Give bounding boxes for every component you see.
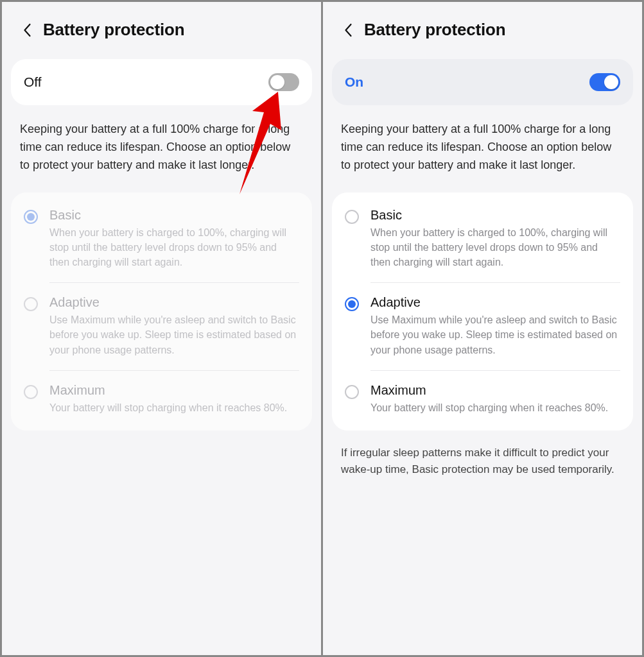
back-icon[interactable] (341, 23, 355, 37)
option-title: Adaptive (49, 295, 298, 310)
toggle-switch[interactable] (589, 73, 620, 91)
toggle-label: On (345, 74, 363, 90)
header: Battery protection (2, 2, 321, 59)
option-title: Basic (370, 208, 619, 223)
radio-icon (345, 385, 359, 399)
option-desc: When your battery is charged to 100%, ch… (49, 225, 298, 270)
options-list: Basic When your battery is charged to 10… (332, 192, 633, 431)
footnote-text: If irregular sleep patterns make it diff… (323, 431, 642, 493)
option-title: Maximum (370, 383, 619, 398)
option-desc: When your battery is charged to 100%, ch… (370, 225, 619, 270)
option-desc: Use Maximum while you're asleep and swit… (370, 312, 619, 357)
option-desc: Your battery will stop charging when it … (370, 400, 619, 415)
back-icon[interactable] (20, 23, 34, 37)
radio-icon (24, 297, 38, 311)
toggle-label: Off (24, 74, 42, 90)
option-desc: Your battery will stop charging when it … (49, 400, 298, 415)
master-toggle-row[interactable]: Off (11, 59, 312, 105)
radio-icon (24, 210, 38, 224)
panel-off: Battery protection Off Keeping your batt… (2, 2, 321, 655)
page-title: Battery protection (43, 20, 184, 40)
option-maximum[interactable]: Maximum Your battery will stop charging … (332, 370, 633, 428)
radio-icon (24, 385, 38, 399)
radio-icon (345, 297, 359, 311)
panel-on: Battery protection On Keeping your batte… (323, 2, 642, 655)
toggle-switch[interactable] (268, 73, 299, 91)
option-adaptive[interactable]: Adaptive Use Maximum while you're asleep… (332, 282, 633, 370)
header: Battery protection (323, 2, 642, 59)
option-maximum[interactable]: Maximum Your battery will stop charging … (11, 370, 312, 428)
master-toggle-row[interactable]: On (332, 59, 633, 105)
description-text: Keeping your battery at a full 100% char… (323, 105, 642, 187)
page-title: Battery protection (364, 20, 505, 40)
options-list: Basic When your battery is charged to 10… (11, 192, 312, 431)
option-title: Adaptive (370, 295, 619, 310)
option-adaptive[interactable]: Adaptive Use Maximum while you're asleep… (11, 282, 312, 370)
option-basic[interactable]: Basic When your battery is charged to 10… (11, 195, 312, 283)
radio-icon (345, 210, 359, 224)
option-title: Maximum (49, 383, 298, 398)
option-title: Basic (49, 208, 298, 223)
option-desc: Use Maximum while you're asleep and swit… (49, 312, 298, 357)
description-text: Keeping your battery at a full 100% char… (2, 105, 321, 187)
option-basic[interactable]: Basic When your battery is charged to 10… (332, 195, 633, 283)
